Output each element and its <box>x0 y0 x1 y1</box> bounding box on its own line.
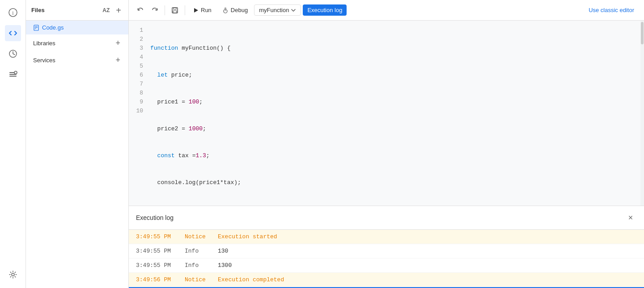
redo-icon <box>151 7 158 14</box>
svg-rect-5 <box>9 76 17 77</box>
add-library-btn[interactable]: + <box>114 39 121 47</box>
triggers-nav-btn[interactable] <box>5 66 21 82</box>
code-nav-btn[interactable] <box>5 25 21 41</box>
log-row-2: 3:49:55 PM Info 1300 <box>129 258 644 273</box>
function-selector[interactable]: myFunction <box>254 4 301 16</box>
undo-icon <box>137 7 144 14</box>
file-panel: Files AZ + Code.gs Libraries + Services … <box>26 0 129 288</box>
scrollbar-thumb[interactable] <box>641 22 644 44</box>
services-label: Services <box>33 57 55 64</box>
log-message-1: 130 <box>218 248 228 254</box>
scrollbar-track <box>640 21 644 206</box>
svg-text:i: i <box>12 10 14 16</box>
libraries-label: Libraries <box>33 40 55 47</box>
save-icon <box>171 7 178 14</box>
close-exec-log-btn[interactable]: × <box>624 211 637 224</box>
log-time-0: 3:49:55 PM <box>136 233 174 240</box>
log-table: 3:49:55 PM Notice Execution started 3:49… <box>129 230 644 287</box>
icon-sidebar: i <box>0 0 26 288</box>
code-line-2: let price; <box>147 71 644 80</box>
main-area: Run Debug myFunction Execution log Use c… <box>129 0 644 288</box>
files-title: Files <box>31 7 45 13</box>
log-message-0: Execution started <box>218 233 277 240</box>
undo-btn[interactable] <box>134 4 147 16</box>
save-btn[interactable] <box>169 4 181 16</box>
toolbar: Run Debug myFunction Execution log Use c… <box>129 0 644 21</box>
code-editor[interactable]: 12345 678910 function myFunction() { let… <box>129 21 644 206</box>
code-content[interactable]: function myFunction() { let price; price… <box>147 21 644 206</box>
run-label: Run <box>201 7 212 13</box>
log-time-3: 3:49:56 PM <box>136 276 174 283</box>
toolbar-divider-1 <box>165 5 165 15</box>
code-line-1: function myFunction() { <box>147 44 644 53</box>
code-line-6: console.log(price1*tax); <box>147 178 644 187</box>
debug-icon <box>222 7 229 13</box>
log-level-3: Notice <box>185 276 207 283</box>
toolbar-divider-2 <box>185 5 185 15</box>
services-section[interactable]: Services + <box>26 52 128 69</box>
file-panel-actions: AZ + <box>101 5 123 16</box>
log-row-0: 3:49:55 PM Notice Execution started <box>129 230 644 244</box>
sort-files-btn[interactable]: AZ <box>101 6 111 14</box>
settings-nav-btn[interactable] <box>5 267 21 283</box>
code-line-5: const tax =1.3; <box>147 151 644 160</box>
file-panel-header: Files AZ + <box>26 0 128 21</box>
redo-btn[interactable] <box>148 4 161 16</box>
run-icon <box>193 8 199 13</box>
classic-editor-link[interactable]: Use classic editor <box>584 4 639 16</box>
exec-log-panel: Execution log × 3:49:55 PM Notice Execut… <box>129 206 644 288</box>
exec-log-title: Execution log <box>136 214 174 221</box>
add-file-btn[interactable]: + <box>114 5 123 16</box>
log-level-1: Info <box>185 248 207 254</box>
info-nav-btn[interactable]: i <box>5 4 21 21</box>
log-level-2: Info <box>185 262 207 269</box>
svg-point-6 <box>14 71 17 74</box>
clock-nav-btn[interactable] <box>5 46 21 62</box>
exec-log-header: Execution log × <box>129 206 644 230</box>
debug-label: Debug <box>231 7 248 13</box>
log-message-2: 1300 <box>218 262 232 269</box>
file-icon <box>33 25 39 31</box>
libraries-section[interactable]: Libraries + <box>26 34 128 52</box>
chevron-down-icon <box>291 8 296 13</box>
code-line-7: console.log(price2*tax); <box>147 205 644 206</box>
exec-log-btn[interactable]: Execution log <box>303 4 347 16</box>
svg-point-18 <box>225 10 225 11</box>
file-name-code-gs: Code.gs <box>42 24 64 31</box>
add-service-btn[interactable]: + <box>114 56 121 64</box>
code-line-4: price2 = 1000; <box>147 125 644 133</box>
file-item-code-gs[interactable]: Code.gs <box>26 21 128 34</box>
run-btn[interactable]: Run <box>189 4 216 16</box>
log-row-3: 3:49:56 PM Notice Execution completed <box>129 273 644 287</box>
code-line-3: price1 = 100; <box>147 98 644 107</box>
log-row-1: 3:49:55 PM Info 130 <box>129 244 644 258</box>
log-level-0: Notice <box>185 233 207 240</box>
log-time-2: 3:49:55 PM <box>136 262 174 269</box>
function-name: myFunction <box>259 7 289 13</box>
line-numbers: 12345 678910 <box>129 21 147 206</box>
svg-marker-15 <box>194 8 198 13</box>
log-time-1: 3:49:55 PM <box>136 248 174 254</box>
exec-log-label: Execution log <box>307 7 342 13</box>
svg-point-7 <box>12 273 14 276</box>
debug-btn[interactable]: Debug <box>218 4 252 16</box>
log-message-3: Execution completed <box>218 276 284 283</box>
